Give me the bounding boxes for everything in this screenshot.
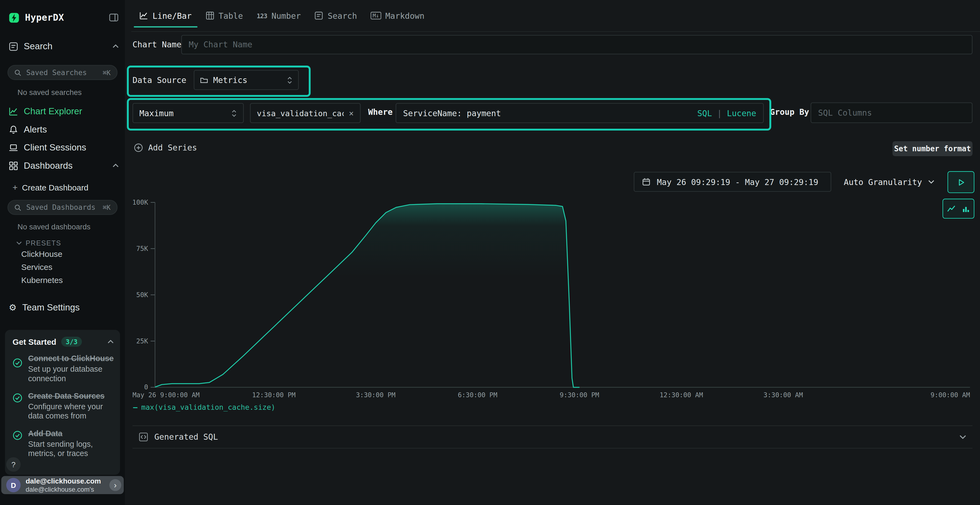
group-by-input[interactable] bbox=[811, 103, 973, 123]
search-section-label: Search bbox=[24, 41, 52, 51]
help-button[interactable]: ? bbox=[6, 457, 21, 472]
circle-plus-icon bbox=[134, 143, 143, 152]
svg-text:100K: 100K bbox=[132, 199, 148, 206]
sidebar-section-search[interactable]: Search bbox=[9, 40, 119, 52]
sidebar-item-client-sessions[interactable]: Client Sessions bbox=[9, 141, 119, 154]
chart-legend: — max(visa_validation_cache.size) bbox=[133, 403, 275, 412]
presets-header[interactable]: PRESETS bbox=[16, 237, 119, 249]
step-subtitle: Configure where your data comes from bbox=[28, 402, 114, 421]
chart-name-label: Chart Name bbox=[132, 40, 181, 49]
sidebar-item-alerts[interactable]: Alerts bbox=[9, 123, 119, 135]
get-started-card: Get Started 3/3 Connect to ClickHouse Se… bbox=[5, 330, 120, 475]
svg-text:3:30:00 AM: 3:30:00 AM bbox=[764, 391, 803, 399]
generated-sql-row[interactable]: Generated SQL bbox=[132, 426, 973, 449]
chevron-up-icon[interactable] bbox=[108, 340, 114, 344]
search-icon bbox=[14, 204, 21, 211]
svg-text:0: 0 bbox=[144, 384, 148, 391]
saved-searches-input[interactable]: ⌘K bbox=[8, 65, 118, 80]
lucene-mode-link[interactable]: Lucene bbox=[727, 108, 756, 118]
get-started-item[interactable]: Connect to ClickHouse Set up your databa… bbox=[13, 354, 114, 384]
add-series-button[interactable]: Add Series bbox=[134, 143, 197, 152]
close-icon[interactable]: × bbox=[349, 108, 354, 118]
saved-dashboards-field[interactable] bbox=[25, 202, 99, 213]
play-icon bbox=[956, 178, 965, 186]
user-email: dale@clickhouse.com bbox=[25, 477, 101, 485]
select-chevrons-icon bbox=[231, 108, 237, 118]
sql-mode-link[interactable]: SQL bbox=[697, 108, 712, 118]
chevron-right-icon[interactable]: › bbox=[110, 479, 121, 491]
granularity-select[interactable]: Auto Granularity bbox=[839, 172, 939, 192]
sidebar-item-label: Alerts bbox=[24, 124, 47, 134]
saved-searches-field[interactable] bbox=[25, 67, 99, 78]
tab-number[interactable]: 123 Number bbox=[250, 0, 308, 31]
main-content: Line/Bar Table 123 Number Search M↓ Ma bbox=[125, 0, 980, 505]
shortcut-badge: ⌘K bbox=[103, 69, 111, 76]
create-dashboard-button[interactable]: + Create Dashboard bbox=[13, 181, 119, 194]
select-chevrons-icon bbox=[287, 75, 293, 85]
tab-search[interactable]: Search bbox=[308, 0, 364, 31]
group-by-label: Group By bbox=[770, 108, 809, 117]
svg-text:6:30:00 PM: 6:30:00 PM bbox=[458, 391, 497, 399]
svg-text:12:30:00 PM: 12:30:00 PM bbox=[252, 391, 296, 399]
generated-sql-label: Generated SQL bbox=[154, 432, 218, 441]
no-saved-searches-text: No saved searches bbox=[18, 88, 82, 97]
chart-canvas: 025K50K75K100KMay 26 9:00:00 AM12:30:00 … bbox=[132, 199, 973, 411]
chevron-up-icon[interactable] bbox=[113, 164, 119, 168]
step-title: Add Data bbox=[28, 429, 62, 438]
search-section-icon bbox=[9, 41, 18, 51]
sidebar-item-label: Client Sessions bbox=[24, 142, 86, 152]
avatar: D bbox=[6, 478, 21, 492]
chart-name-input[interactable] bbox=[181, 35, 973, 54]
sidebar-item-dashboards[interactable]: Dashboards bbox=[9, 159, 119, 172]
chevron-up-icon[interactable] bbox=[113, 44, 119, 48]
date-range-value: May 26 09:29:19 - May 27 09:29:19 bbox=[657, 177, 818, 186]
team-settings-label: Team Settings bbox=[22, 302, 80, 312]
sidebar-item-label: Chart Explorer bbox=[24, 106, 82, 116]
tab-markdown[interactable]: M↓ Markdown bbox=[364, 0, 431, 31]
date-range-picker[interactable]: May 26 09:29:19 - May 27 09:29:19 bbox=[634, 172, 831, 192]
step-subtitle: Start sending logs, metrics, or traces bbox=[28, 440, 114, 459]
preset-clickhouse[interactable]: ClickHouse bbox=[21, 249, 62, 259]
mode-divider: | bbox=[717, 108, 722, 118]
svg-text:May 26 9:00:00 AM: May 26 9:00:00 AM bbox=[132, 391, 200, 399]
preset-kubernetes[interactable]: Kubernetes bbox=[21, 276, 63, 285]
get-started-badge: 3/3 bbox=[61, 337, 82, 347]
table-icon bbox=[205, 11, 214, 20]
saved-dashboards-input[interactable]: ⌘K bbox=[8, 200, 118, 215]
svg-text:9:00:00 AM: 9:00:00 AM bbox=[931, 391, 970, 399]
step-title: Create Data Sources bbox=[28, 392, 105, 400]
collapse-sidebar-icon[interactable] bbox=[109, 13, 119, 22]
get-started-item[interactable]: Create Data Sources Configure where your… bbox=[13, 392, 114, 421]
tab-line-bar[interactable]: Line/Bar bbox=[132, 0, 199, 31]
folder-icon bbox=[200, 76, 208, 84]
user-bar[interactable]: D dale@clickhouse.com dale@clickhouse.co… bbox=[2, 476, 124, 494]
set-number-format-button[interactable]: Set number format bbox=[892, 141, 973, 156]
brand-name: HyperDX bbox=[25, 13, 64, 22]
metric-tag-label: visa_validation_cach bbox=[257, 108, 344, 118]
get-started-item[interactable]: Add Data Start sending logs, metrics, or… bbox=[13, 429, 114, 459]
preset-services[interactable]: Services bbox=[21, 262, 52, 272]
data-source-select[interactable]: Metrics bbox=[194, 70, 299, 90]
aggregation-select[interactable]: Maximum bbox=[132, 103, 244, 123]
step-subtitle: Set up your database connection bbox=[28, 365, 114, 384]
calendar-icon bbox=[642, 178, 651, 186]
timeseries-chart[interactable]: 025K50K75K100KMay 26 9:00:00 AM12:30:00 … bbox=[132, 199, 973, 411]
sidebar-item-team-settings[interactable]: ⚙ Team Settings bbox=[9, 301, 119, 314]
chevron-down-icon bbox=[16, 241, 22, 245]
granularity-value: Auto Granularity bbox=[844, 177, 922, 186]
markdown-icon: M↓ bbox=[371, 12, 381, 20]
legend-series-name: max(visa_validation_cache.size) bbox=[141, 403, 275, 412]
chevron-down-icon bbox=[928, 180, 935, 184]
where-value: ServiceName: payment bbox=[403, 108, 501, 118]
tab-table[interactable]: Table bbox=[199, 0, 250, 31]
number-icon: 123 bbox=[257, 12, 267, 19]
sidebar-item-chart-explorer[interactable]: Chart Explorer bbox=[9, 105, 119, 118]
run-query-button[interactable] bbox=[948, 171, 975, 193]
chevron-down-icon[interactable] bbox=[959, 435, 966, 439]
bell-icon bbox=[9, 125, 18, 134]
shortcut-badge: ⌘K bbox=[103, 203, 111, 211]
brand-row: HyperDX bbox=[9, 11, 119, 24]
svg-text:3:30:00 PM: 3:30:00 PM bbox=[356, 391, 396, 399]
where-input[interactable]: ServiceName: payment SQL | Lucene bbox=[396, 103, 764, 123]
metric-tag[interactable]: visa_validation_cach × bbox=[250, 103, 360, 123]
